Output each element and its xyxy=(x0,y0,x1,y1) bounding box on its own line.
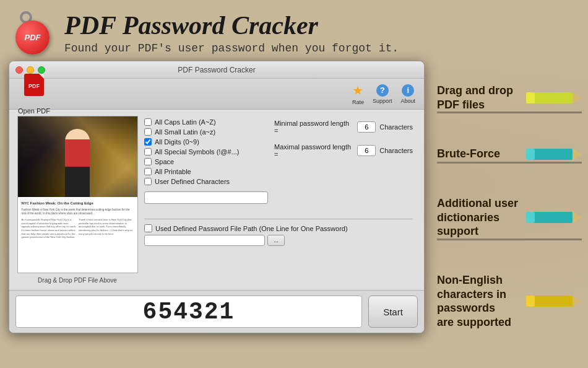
checkbox-space: Space xyxy=(144,158,268,165)
checkbox-caps-label: All Caps Latin (A~Z) xyxy=(155,118,216,126)
svg-rect-6 xyxy=(532,212,573,223)
pencil-3-container xyxy=(526,210,582,225)
svg-marker-11 xyxy=(573,296,582,307)
checkbox-small-label: All Small Latin (a~z) xyxy=(155,128,215,136)
about-button[interactable]: i About xyxy=(400,84,415,104)
svg-rect-7 xyxy=(526,212,535,223)
pencil-icon-4 xyxy=(526,294,582,309)
svg-rect-4 xyxy=(526,149,535,160)
maximize-button[interactable] xyxy=(38,66,45,74)
checkbox-special-input[interactable] xyxy=(144,148,152,156)
question-icon: ? xyxy=(376,84,389,97)
feature-block-3: Additional userdictionariessupport xyxy=(437,196,582,240)
checkbox-small: All Small Latin (a~z) xyxy=(144,128,268,136)
pencil-icon-2 xyxy=(526,147,582,162)
toolbar-left: PDF Open PDF xyxy=(18,74,50,115)
user-defined-chars-input[interactable] xyxy=(144,191,268,204)
start-button[interactable]: Start xyxy=(368,296,418,328)
feature-block-4: Non-Englishcharacters inpasswordsare sup… xyxy=(437,273,582,329)
rate-button[interactable]: ★ Rate xyxy=(352,83,364,105)
open-pdf-button[interactable]: PDF Open PDF xyxy=(18,74,50,115)
preview-text: NYC Fashion Week: On the Cutting Edge Fa… xyxy=(18,197,137,243)
window-title: PDF Password Cracker xyxy=(178,66,255,74)
feature-text-2: Brute-Force xyxy=(437,147,519,161)
pencil-4-container xyxy=(526,294,582,309)
svg-rect-3 xyxy=(532,149,573,160)
support-label: Support xyxy=(373,98,392,104)
checkbox-special-label: All Special Symbols (!@#...) xyxy=(155,148,240,156)
toolbar: PDF Open PDF ★ Rate ? Support i xyxy=(9,79,424,110)
svg-rect-9 xyxy=(532,296,573,307)
support-button[interactable]: ? Support xyxy=(373,84,392,104)
min-length-input[interactable] xyxy=(357,121,376,133)
separator xyxy=(144,219,413,219)
checkbox-printable-label: All Printable xyxy=(155,168,191,175)
feature-text-4: Non-Englishcharacters inpasswordsare sup… xyxy=(437,273,519,329)
toolbar-right: ★ Rate ? Support i About xyxy=(352,83,415,105)
feature-item-1: Drag and dropPDF files xyxy=(437,84,582,112)
max-chars-label: Characters xyxy=(379,147,413,154)
svg-rect-1 xyxy=(526,92,535,103)
checkbox-printable-input[interactable] xyxy=(144,168,152,175)
max-length-row: Maximal password length = Characters xyxy=(274,143,413,158)
checkbox-digits-label: All Digits (0~9) xyxy=(155,138,199,146)
checkbox-space-input[interactable] xyxy=(144,158,152,165)
logo-text: PDF xyxy=(25,33,41,42)
browse-button[interactable]: ... xyxy=(267,235,285,246)
checkbox-user-defined-input[interactable] xyxy=(144,178,152,185)
preview-columns: An Incomparable Shampai New York City is… xyxy=(22,218,134,239)
app-header: PDF PDF Password Cracker Found your PDF'… xyxy=(0,0,588,61)
pencil-1-container xyxy=(526,90,582,105)
feature-divider-3 xyxy=(437,239,582,240)
preview-col-1: An Incomparable Shampai New York City is… xyxy=(22,218,77,239)
pdf-icon-text: PDF xyxy=(28,83,40,89)
traffic-lights xyxy=(15,66,45,74)
drag-drop-label: Drag & Drop PDF File Above xyxy=(38,277,117,284)
main-layout: PDF Password Cracker PDF Open PDF ★ Rate xyxy=(0,61,588,352)
checkbox-special: All Special Symbols (!@#...) xyxy=(144,148,268,156)
file-path-checkbox[interactable] xyxy=(144,224,152,232)
close-button[interactable] xyxy=(15,66,23,74)
checkbox-space-label: Space xyxy=(155,158,174,165)
checkbox-caps-input[interactable] xyxy=(144,118,152,126)
rate-label: Rate xyxy=(352,99,364,105)
bottom-section: 654321 Start xyxy=(9,290,424,333)
browse-label: ... xyxy=(274,237,279,243)
svg-rect-0 xyxy=(532,92,573,103)
options-panel: All Caps Latin (A~Z) All Small Latin (a~… xyxy=(139,116,418,284)
app-subtitle: Found your PDF's user password when you … xyxy=(64,42,399,55)
star-icon: ★ xyxy=(352,83,363,98)
svg-marker-5 xyxy=(573,149,582,160)
svg-rect-10 xyxy=(526,296,535,307)
checkbox-small-input[interactable] xyxy=(144,128,152,136)
feature-item-2: Brute-Force xyxy=(437,147,582,162)
header-text-block: PDF Password Cracker Found your PDF's us… xyxy=(64,11,399,55)
logo-body: PDF xyxy=(15,20,50,55)
checkbox-digits: All Digits (0~9) xyxy=(144,138,268,146)
file-path-input[interactable] xyxy=(144,235,265,246)
checkbox-caps: All Caps Latin (A~Z) xyxy=(144,118,268,126)
checkbox-digits-input[interactable] xyxy=(144,138,152,146)
preview-figure xyxy=(65,129,90,197)
preview-col-2: Thank a hard-creative time in New York C… xyxy=(79,218,134,239)
pdf-preview: NYC Fashion Week: On the Cutting Edge Fa… xyxy=(15,116,139,284)
svg-marker-2 xyxy=(573,92,582,103)
checkbox-group: All Caps Latin (A~Z) All Small Latin (a~… xyxy=(144,118,268,208)
feature-text-1: Drag and dropPDF files xyxy=(437,84,519,112)
svg-marker-8 xyxy=(573,212,582,223)
content-area: NYC Fashion Week: On the Cutting Edge Fa… xyxy=(9,110,424,290)
max-length-label: Maximal password length = xyxy=(274,143,353,158)
feature-item-4: Non-Englishcharacters inpasswordsare sup… xyxy=(437,273,582,329)
password-display: 654321 xyxy=(15,296,362,328)
max-length-input[interactable] xyxy=(357,145,376,156)
title-bar: PDF Password Cracker xyxy=(9,61,424,79)
start-label: Start xyxy=(383,307,403,317)
pencil-icon-1 xyxy=(526,90,582,105)
minimize-button[interactable] xyxy=(27,66,34,74)
pencil-2-container xyxy=(526,147,582,162)
main-options: All Caps Latin (A~Z) All Small Latin (a~… xyxy=(144,118,413,214)
info-icon: i xyxy=(402,84,414,97)
preview-heading: NYC Fashion Week: On the Cutting Edge xyxy=(22,201,134,206)
file-path-input-row: ... xyxy=(144,235,413,246)
file-path-checkbox-row: Used Defined Password File Path (One Lin… xyxy=(144,224,413,232)
